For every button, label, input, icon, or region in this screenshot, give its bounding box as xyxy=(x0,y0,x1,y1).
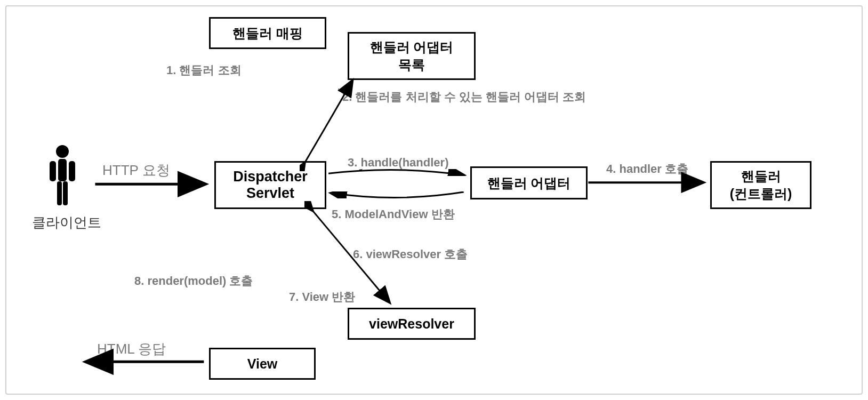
client-label: 클라이언트 xyxy=(32,213,101,232)
box-view: View xyxy=(209,348,316,380)
box-handler-controller-text: 핸들러 (컨트롤러) xyxy=(730,167,792,203)
label-step5: 5. ModelAndView 반환 xyxy=(332,206,455,222)
person-icon xyxy=(46,144,78,210)
box-handler-adapter-list: 핸들러 어댑터 목록 xyxy=(348,32,476,80)
label-step4: 4. handler 호출 xyxy=(606,161,688,177)
box-view-text: View xyxy=(247,356,278,372)
label-http-request: HTTP 요청 xyxy=(102,161,170,180)
box-handler-controller: 핸들러 (컨트롤러) xyxy=(710,161,811,209)
svg-rect-4 xyxy=(57,181,62,205)
label-html-response: HTML 응답 xyxy=(97,340,166,358)
box-handler-adapter-text: 핸들러 어댑터 xyxy=(487,174,571,192)
diagram-frame: 클라이언트 핸들러 매핑 핸들러 어댑터 목록 Dispatcher Servl… xyxy=(5,5,863,395)
box-handler-adapter-list-text: 핸들러 어댑터 목록 xyxy=(370,38,454,74)
label-step2: 2. 핸들러를 처리할 수 있는 핸들러 어댑터 조회 xyxy=(342,89,586,105)
label-step3: 3. handle(handler) xyxy=(348,156,448,170)
box-view-resolver-text: viewResolver xyxy=(369,316,454,332)
box-view-resolver: viewResolver xyxy=(348,308,476,340)
label-step1: 1. 핸들러 조회 xyxy=(166,62,242,78)
box-handler-mapping: 핸들러 매핑 xyxy=(209,17,326,49)
box-handler-mapping-text: 핸들러 매핑 xyxy=(232,25,303,42)
svg-point-0 xyxy=(56,145,69,158)
label-step7: 7. View 반환 xyxy=(289,289,355,305)
svg-rect-2 xyxy=(50,161,56,181)
box-handler-adapter: 핸들러 어댑터 xyxy=(470,166,588,199)
label-step8: 8. render(model) 호출 xyxy=(134,273,253,289)
box-dispatcher-servlet: Dispatcher Servlet xyxy=(214,161,326,209)
svg-rect-5 xyxy=(63,181,68,205)
box-dispatcher-text: Dispatcher Servlet xyxy=(233,169,308,202)
label-step6: 6. viewResolver 호출 xyxy=(353,246,468,262)
svg-rect-3 xyxy=(69,161,75,181)
svg-rect-1 xyxy=(58,159,67,181)
